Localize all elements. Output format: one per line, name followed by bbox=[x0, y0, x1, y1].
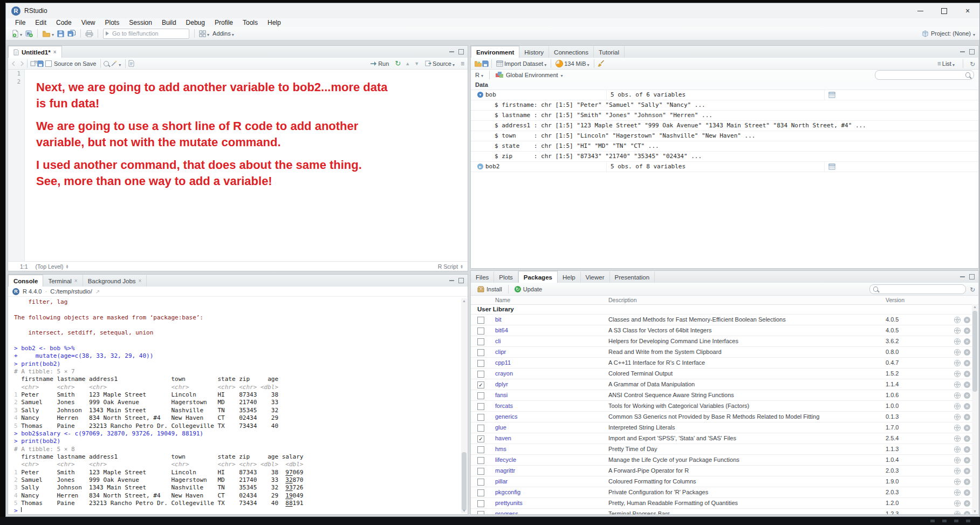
pane-maximize-icon[interactable] bbox=[458, 49, 464, 54]
package-remove-icon[interactable] bbox=[964, 349, 970, 356]
environment-search[interactable] bbox=[875, 70, 974, 80]
package-website-icon[interactable] bbox=[954, 435, 961, 442]
pane-minimize-icon[interactable] bbox=[449, 51, 454, 52]
list-view-button[interactable]: ≡ List bbox=[936, 58, 956, 70]
tab-close-icon[interactable]: × bbox=[139, 278, 142, 284]
env-object-row-bob2[interactable]: ▶bob25 obs. of 8 variables bbox=[471, 162, 978, 172]
package-website-icon[interactable] bbox=[954, 500, 961, 507]
package-website-icon[interactable] bbox=[954, 468, 961, 474]
package-loaded-checkbox[interactable] bbox=[477, 317, 484, 324]
package-name-link[interactable]: hms bbox=[495, 444, 506, 454]
save-button[interactable] bbox=[56, 29, 66, 38]
collapse-icon[interactable]: ▼ bbox=[477, 92, 483, 98]
package-loaded-checkbox[interactable] bbox=[477, 392, 484, 399]
package-remove-icon[interactable] bbox=[964, 457, 970, 463]
package-website-icon[interactable] bbox=[954, 328, 961, 334]
package-loaded-checkbox[interactable] bbox=[477, 479, 484, 486]
package-name-link[interactable]: glue bbox=[495, 422, 506, 433]
package-remove-icon[interactable] bbox=[964, 371, 970, 377]
package-loaded-checkbox[interactable] bbox=[477, 468, 484, 475]
package-loaded-checkbox[interactable] bbox=[477, 349, 484, 356]
package-remove-icon[interactable] bbox=[964, 403, 970, 410]
view-data-grid-icon[interactable] bbox=[828, 92, 835, 98]
tab-history[interactable]: History bbox=[519, 46, 549, 58]
package-remove-icon[interactable] bbox=[964, 414, 970, 420]
menu-edit[interactable]: Edit bbox=[30, 19, 51, 26]
package-name-link[interactable]: progress bbox=[495, 509, 518, 514]
package-remove-icon[interactable] bbox=[964, 435, 970, 442]
package-loaded-checkbox[interactable] bbox=[477, 338, 484, 345]
package-loaded-checkbox[interactable] bbox=[477, 511, 484, 515]
run-button[interactable]: Run bbox=[368, 59, 390, 68]
tab-presentation[interactable]: Presentation bbox=[610, 271, 655, 283]
save-icon[interactable] bbox=[37, 60, 44, 67]
package-remove-icon[interactable] bbox=[964, 381, 970, 388]
package-name-link[interactable]: haven bbox=[495, 433, 511, 444]
tab-help[interactable]: Help bbox=[558, 271, 581, 283]
package-loaded-checkbox[interactable] bbox=[477, 371, 484, 378]
package-loaded-checkbox[interactable] bbox=[477, 446, 484, 453]
package-website-icon[interactable] bbox=[954, 381, 961, 388]
packages-scroll-thumb[interactable] bbox=[972, 311, 977, 392]
tab-viewer[interactable]: Viewer bbox=[581, 271, 610, 283]
package-website-icon[interactable] bbox=[954, 338, 961, 345]
save-all-button[interactable] bbox=[66, 29, 78, 38]
goto-file-search[interactable] bbox=[103, 29, 189, 39]
open-file-button[interactable] bbox=[40, 28, 56, 39]
package-name-link[interactable]: pkgconfig bbox=[495, 487, 520, 497]
tab-files[interactable]: Files bbox=[471, 271, 494, 283]
tab-terminal[interactable]: Terminal× bbox=[43, 275, 83, 287]
package-loaded-checkbox[interactable] bbox=[477, 425, 484, 432]
package-remove-icon[interactable] bbox=[964, 328, 970, 334]
package-name-link[interactable]: pillar bbox=[495, 476, 508, 487]
tab-tutorial[interactable]: Tutorial bbox=[594, 46, 625, 58]
tab-environment[interactable]: Environment bbox=[471, 46, 519, 58]
package-remove-icon[interactable] bbox=[964, 317, 970, 323]
package-name-link[interactable]: generics bbox=[495, 412, 518, 422]
addins-button[interactable]: Addins bbox=[211, 28, 236, 39]
filetype-selector[interactable]: R Script ▲▼ bbox=[438, 263, 463, 270]
package-website-icon[interactable] bbox=[954, 349, 961, 356]
menu-debug[interactable]: Debug bbox=[181, 19, 210, 26]
package-name-link[interactable]: bit bbox=[495, 315, 502, 325]
package-loaded-checkbox[interactable] bbox=[477, 360, 484, 367]
new-file-button[interactable] bbox=[10, 28, 24, 39]
tab-close-icon[interactable]: × bbox=[53, 49, 57, 55]
forward-icon[interactable] bbox=[18, 61, 24, 66]
menu-session[interactable]: Session bbox=[124, 19, 157, 26]
pane-maximize-icon[interactable] bbox=[969, 49, 975, 54]
pane-layout-button[interactable] bbox=[197, 28, 211, 39]
menu-file[interactable]: File bbox=[10, 19, 30, 26]
refresh-packages-icon[interactable] bbox=[970, 284, 975, 294]
package-website-icon[interactable] bbox=[954, 511, 961, 515]
source-on-save-toggle[interactable]: Source on Save bbox=[44, 59, 98, 68]
package-name-link[interactable]: bit64 bbox=[495, 325, 508, 336]
expand-icon[interactable]: ▶ bbox=[477, 163, 483, 169]
pane-minimize-icon[interactable] bbox=[960, 276, 965, 277]
menu-code[interactable]: Code bbox=[51, 19, 77, 26]
package-remove-icon[interactable] bbox=[964, 425, 970, 431]
back-icon[interactable] bbox=[11, 61, 18, 66]
environment-search-input[interactable] bbox=[879, 71, 963, 79]
print-button[interactable] bbox=[84, 29, 95, 38]
package-loaded-checkbox[interactable] bbox=[477, 381, 484, 388]
package-website-icon[interactable] bbox=[954, 414, 961, 420]
update-button[interactable]: ↻ Update bbox=[511, 285, 545, 294]
package-website-icon[interactable] bbox=[954, 317, 961, 323]
menu-profile[interactable]: Profile bbox=[210, 19, 238, 26]
package-website-icon[interactable] bbox=[954, 479, 961, 485]
menu-help[interactable]: Help bbox=[263, 19, 286, 26]
pane-maximize-icon[interactable] bbox=[458, 278, 464, 283]
package-name-link[interactable]: forcats bbox=[495, 401, 513, 411]
source-on-save-checkbox[interactable] bbox=[45, 60, 52, 67]
package-remove-icon[interactable] bbox=[964, 511, 970, 515]
source-editor[interactable]: 1 2 Next, we are going to add another va… bbox=[8, 70, 468, 262]
console-output[interactable]: filter, lag The following objects are ma… bbox=[14, 298, 460, 512]
pane-maximize-icon[interactable] bbox=[969, 274, 975, 279]
tab-plots[interactable]: Plots bbox=[494, 271, 518, 283]
package-name-link[interactable]: dplyr bbox=[495, 379, 508, 390]
open-directory-icon[interactable]: ↗ bbox=[95, 289, 100, 295]
package-name-link[interactable]: prettyunits bbox=[495, 498, 523, 508]
package-name-link[interactable]: fansi bbox=[495, 390, 508, 400]
refresh-environment-icon[interactable] bbox=[970, 59, 975, 69]
